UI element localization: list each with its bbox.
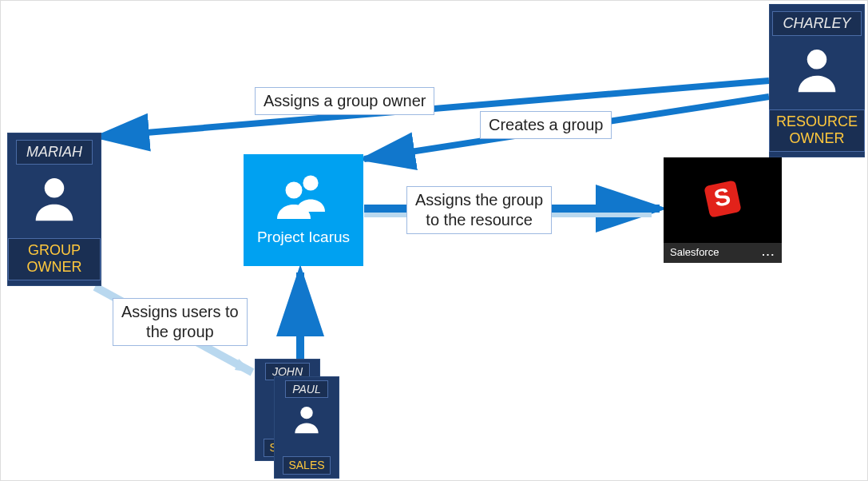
actor-mariah-role: GROUP OWNER: [8, 238, 101, 280]
label-assigns-resource: Assigns the group to the resource: [406, 186, 552, 234]
svg-point-9: [45, 178, 65, 198]
actor-charley: CHARLEY RESOURCE OWNER: [769, 4, 865, 157]
diagram-canvas: CHARLEY RESOURCE OWNER MARIAH GROUP OWNE…: [0, 0, 868, 481]
actor-charley-name: CHARLEY: [772, 11, 861, 36]
label-creates-group: Creates a group: [480, 111, 612, 139]
label-line: the group: [146, 323, 214, 340]
actor-mariah: MARIAH GROUP OWNER: [7, 133, 101, 286]
svg-point-10: [303, 175, 318, 190]
group-icon: [275, 166, 332, 224]
group-tile: Project Icarus: [244, 154, 363, 266]
actor-mariah-name: MARIAH: [16, 140, 93, 165]
label-line: to the resource: [426, 211, 532, 229]
resource-tile: S Salesforce ...: [664, 157, 782, 263]
person-icon: [26, 169, 82, 225]
label-assigns-owner: Assigns a group owner: [255, 87, 434, 115]
label-line: Assigns the group: [415, 191, 543, 209]
person-icon: [789, 41, 845, 97]
svg-point-15: [300, 407, 312, 419]
actor-paul-name: PAUL: [285, 380, 328, 398]
salesforce-icon: S: [699, 177, 747, 225]
resource-name: Salesforce: [670, 246, 719, 258]
more-icon[interactable]: ...: [762, 246, 775, 258]
group-name: Project Icarus: [257, 224, 350, 254]
actor-paul-role: SALES: [283, 456, 330, 475]
label-assigns-users: Assigns users to the group: [113, 298, 248, 346]
svg-point-11: [286, 182, 303, 199]
actor-charley-role: RESOURCE OWNER: [769, 109, 865, 152]
label-line: Assigns users to: [121, 303, 239, 320]
resource-icon-wrap: S: [664, 157, 782, 243]
person-icon: [289, 401, 324, 436]
svg-marker-6: [235, 359, 252, 372]
svg-point-8: [807, 50, 827, 69]
actor-paul: PAUL SALES: [274, 376, 339, 479]
